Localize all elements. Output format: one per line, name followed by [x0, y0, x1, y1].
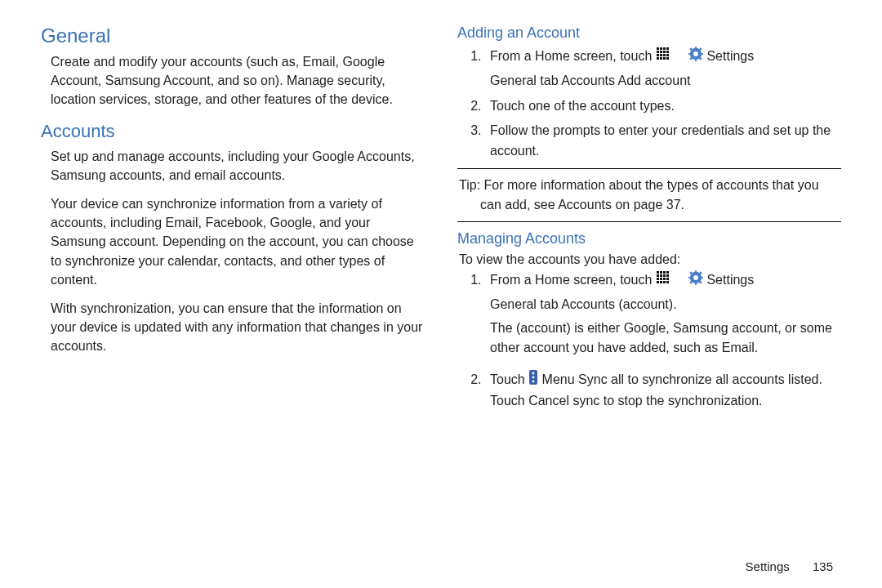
adding-step-3: Follow the prompts to enter your credent… — [485, 121, 841, 162]
svg-point-26 — [693, 51, 698, 56]
svg-rect-32 — [660, 274, 662, 277]
menu-dots-icon — [528, 370, 538, 391]
svg-point-52 — [693, 275, 698, 280]
adding-step-2: Touch one of the account types. — [485, 96, 841, 117]
managing-step1-text-b: Settings — [706, 273, 754, 287]
accounts-para-2: Your device can synchronize information … — [51, 194, 425, 289]
tip-block: Tip: For more information about the type… — [457, 176, 841, 215]
managing-step1-line2: General tab Accounts (account). — [490, 295, 841, 315]
svg-rect-18 — [695, 47, 697, 50]
divider-bottom — [457, 221, 841, 222]
svg-rect-1 — [657, 47, 659, 50]
svg-rect-8 — [666, 51, 669, 53]
svg-rect-36 — [660, 278, 662, 280]
svg-rect-2 — [660, 47, 662, 50]
footer-section: Settings — [746, 559, 790, 573]
svg-rect-29 — [663, 271, 666, 274]
footer-page-number: 135 — [813, 559, 833, 573]
svg-rect-47 — [700, 277, 703, 278]
left-column: General Create and modify your accounts … — [41, 16, 441, 580]
svg-rect-44 — [695, 270, 697, 274]
managing-steps: From a Home screen, touch — [467, 270, 841, 412]
managing-step2-text-b: Menu Sync all to synchronize all account… — [490, 372, 822, 408]
svg-rect-6 — [660, 51, 662, 53]
managing-step-2: Touch Menu Sync all to synchronize all a… — [485, 370, 841, 412]
svg-rect-45 — [695, 282, 697, 285]
adding-step-1: From a Home screen, touch — [485, 47, 841, 91]
svg-rect-31 — [657, 274, 659, 277]
managing-step1-text-a: From a Home screen, touch — [490, 273, 656, 287]
svg-rect-19 — [695, 58, 697, 61]
apps-grid-icon — [656, 270, 670, 292]
svg-rect-46 — [688, 277, 692, 278]
svg-rect-37 — [663, 278, 666, 280]
right-column: Adding an Account From a Home screen, to… — [441, 16, 858, 580]
svg-rect-3 — [663, 47, 666, 50]
tip-body-1: For more information about the types of … — [484, 178, 819, 192]
heading-managing-accounts: Managing Accounts — [457, 230, 841, 247]
svg-rect-9 — [657, 54, 659, 56]
svg-rect-39 — [657, 281, 659, 283]
heading-accounts: Accounts — [41, 121, 425, 142]
adding-step1-text-a: From a Home screen, touch — [490, 49, 656, 63]
svg-rect-41 — [663, 281, 666, 283]
svg-rect-10 — [660, 54, 662, 56]
managing-step2-text-a: Touch — [490, 372, 528, 386]
tip-body-2: can add, see Accounts on page 37. — [459, 195, 841, 215]
svg-rect-7 — [663, 51, 666, 53]
adding-step1-line2: General tab Accounts Add account — [490, 71, 841, 91]
svg-point-55 — [532, 376, 535, 379]
svg-rect-30 — [666, 271, 669, 274]
svg-rect-14 — [660, 57, 662, 60]
svg-rect-35 — [657, 278, 659, 280]
svg-rect-13 — [657, 57, 659, 60]
heading-general: General — [41, 24, 425, 47]
svg-rect-15 — [663, 57, 666, 60]
svg-rect-27 — [657, 271, 659, 274]
settings-gear-icon — [688, 270, 703, 292]
svg-rect-33 — [663, 274, 666, 277]
svg-rect-42 — [666, 281, 669, 283]
svg-rect-16 — [666, 57, 669, 60]
managing-step1-explain: The (account) is either Google, Samsung … — [490, 318, 841, 359]
adding-step1-text-b: Settings — [706, 49, 754, 63]
svg-rect-12 — [666, 54, 669, 56]
svg-rect-20 — [688, 53, 692, 55]
svg-rect-28 — [660, 271, 662, 274]
svg-point-54 — [532, 372, 535, 375]
svg-rect-21 — [700, 53, 703, 55]
svg-rect-38 — [666, 278, 669, 280]
svg-point-56 — [532, 381, 535, 383]
accounts-para-3: With synchronization, you can ensure tha… — [51, 299, 425, 356]
settings-gear-icon — [688, 47, 703, 68]
manual-page: General Create and modify your accounts … — [0, 0, 882, 588]
heading-adding-account: Adding an Account — [457, 24, 841, 42]
managing-intro: To view the accounts you have added: — [459, 252, 841, 267]
page-footer: Settings 135 — [746, 559, 833, 573]
divider-top — [457, 168, 841, 169]
svg-rect-34 — [666, 274, 669, 277]
managing-step-1: From a Home screen, touch — [485, 270, 841, 359]
adding-steps: From a Home screen, touch — [467, 47, 841, 162]
apps-grid-icon — [656, 47, 670, 68]
svg-rect-11 — [663, 54, 666, 56]
svg-rect-4 — [666, 47, 669, 50]
svg-rect-40 — [660, 281, 662, 283]
tip-label: Tip: — [459, 178, 480, 192]
svg-rect-5 — [657, 51, 659, 53]
accounts-para-1: Set up and manage accounts, including yo… — [51, 147, 425, 185]
general-body: Create and modify your accounts (such as… — [51, 52, 425, 109]
